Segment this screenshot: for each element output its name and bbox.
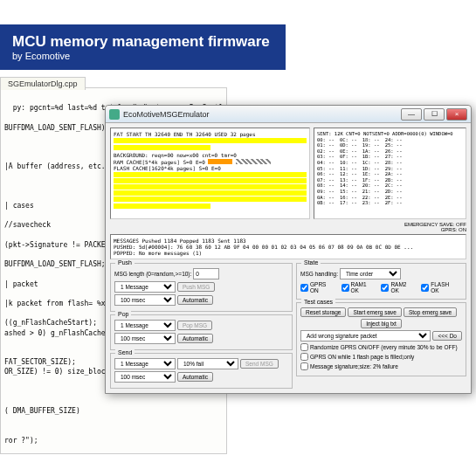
banner-subtitle: by Ecomotive xyxy=(12,51,270,61)
push-count-select[interactable]: 1 Message xyxy=(114,281,176,293)
msg-handling-label: MSG handling: xyxy=(300,271,338,277)
fat-bar xyxy=(114,145,210,150)
send-group: Send 1 Message10% failSend MSG 100 msecA… xyxy=(110,353,293,389)
push-group: Push MSG length (0=random,>=10): 1 Messa… xyxy=(110,263,293,312)
background-status: BACKGROUND: reqn=00 now=x00 cnt=0 tmr=0 xyxy=(114,152,307,158)
banner-title: MCU memory management firmware xyxy=(12,33,270,51)
flash-bar xyxy=(114,190,307,196)
msg-popped: POPPED: No more messages (1) xyxy=(114,250,463,256)
window-controls: — ☐ × xyxy=(401,108,467,121)
maximize-button[interactable]: ☐ xyxy=(424,108,445,121)
test-cases-group: Test cases Reset storage Start emerg sav… xyxy=(296,302,466,376)
pop-auto-button[interactable]: Automatic xyxy=(177,334,213,343)
ram1-ok-checkbox[interactable]: RAM1 OK xyxy=(341,281,376,293)
flash-bar xyxy=(114,197,307,202)
fat-panel: FAT START TH 32640 END TH 32640 USED 32 … xyxy=(110,128,310,219)
send-interval-select[interactable]: 100 msec xyxy=(114,371,176,383)
state-title: State xyxy=(301,259,321,266)
pop-title: Pop xyxy=(115,311,131,317)
emulator-body: FAT START TH 32640 END TH 32640 USED 32 … xyxy=(106,123,471,393)
emergency-status: EMERGENCY SAVE: OFF GPRS: ON xyxy=(110,222,466,232)
randomize-gprs-checkbox[interactable]: Randomize GPRS ON/OFF (every minute 30% … xyxy=(300,343,458,351)
start-emerg-button[interactable]: Start emerg save xyxy=(348,307,402,317)
gprs-on-flash-checkbox[interactable]: GPRS ON while 1 flash page is filled;onl… xyxy=(300,353,414,361)
sent-col: 0C: -- 0D: -- 0E: -- 0F: -- 10: -- 11: -… xyxy=(340,137,357,206)
fat-header: FAT START TH 32640 END TH 32640 USED 32 … xyxy=(114,131,307,137)
fat-bar xyxy=(114,138,307,143)
test-action-select[interactable]: Add wrong signature packet xyxy=(300,330,431,341)
flash-bar xyxy=(114,172,307,177)
flash-bar xyxy=(114,204,210,209)
source-file-tab[interactable]: SGEmulatorDlg.cpp xyxy=(0,77,86,90)
msg-handling-select[interactable]: Time order xyxy=(340,268,401,279)
msg-length-label: MSG length (0=random,>=10): xyxy=(114,271,191,277)
test-title: Test cases xyxy=(301,299,335,305)
send-fail-select[interactable]: 10% fail xyxy=(177,358,238,369)
state-group: State MSG handling:Time order GPRS ON RA… xyxy=(296,263,466,300)
flash-bar xyxy=(114,178,307,183)
sent-col: 24: -- 25: -- 26: -- 27: -- 28: -- 29: -… xyxy=(385,137,403,206)
inject-big-txt-button[interactable]: Inject big txt xyxy=(361,319,402,328)
flash-ok-checkbox[interactable]: FLASH OK xyxy=(421,281,459,293)
close-button[interactable]: × xyxy=(446,108,467,121)
sent-panel: SENT: 12K CNT=0 NOTSENT=0 ADDR=0000(0) W… xyxy=(314,128,466,219)
window-title: EcoMotiveMSGEmulator xyxy=(123,110,401,119)
msg-pushed-data: PUSHED: 5d[#00004]: 76 60 38 60 12 AB 9F… xyxy=(114,244,463,250)
push-interval-select[interactable]: 100 msec xyxy=(114,294,176,306)
push-title: Push xyxy=(115,259,135,266)
emulator-window: EcoMotiveMSGEmulator — ☐ × FAT START TH … xyxy=(105,105,472,394)
message-log: MESSAGES Pushed 1184 Popped 1183 Sent 11… xyxy=(110,234,466,259)
ram-bar xyxy=(208,159,232,164)
gprs-on-checkbox[interactable]: GPRS ON xyxy=(300,281,336,293)
flash-bar xyxy=(114,184,307,190)
msg-signature-checkbox[interactable]: Message signature;size: 2% failure xyxy=(300,362,398,370)
send-count-select[interactable]: 1 Message xyxy=(114,358,176,369)
msg-length-input[interactable] xyxy=(193,268,219,279)
sent-col: 00: -- 01: -- 02: -- 03: -- 04: -- 05: -… xyxy=(317,137,335,206)
msg-pushed: MESSAGES Pushed 1184 Popped 1183 Sent 11… xyxy=(114,238,463,244)
gprs-status-label: GPRS: ON xyxy=(441,227,466,232)
pop-count-select[interactable]: 1 Message xyxy=(114,320,176,331)
push-auto-button[interactable]: Automatic xyxy=(177,295,213,305)
titlebar[interactable]: EcoMotiveMSGEmulator — ☐ × xyxy=(106,106,471,123)
flash-cache-label: FLASH CACHE[1620*4k pages] S=0 E=0 xyxy=(114,165,307,171)
pop-interval-select[interactable]: 100 msec xyxy=(114,333,176,344)
app-icon xyxy=(109,109,120,120)
send-msg-button[interactable]: Send MSG xyxy=(240,359,279,369)
send-auto-button[interactable]: Automatic xyxy=(177,372,213,382)
push-msg-button[interactable]: Push MSG xyxy=(177,282,215,292)
pop-msg-button[interactable]: Pop MSG xyxy=(177,321,212,330)
pop-group: Pop 1 MessagePop MSG 100 msecAutomatic xyxy=(110,314,293,350)
stop-emerg-button[interactable]: Stop emerg save xyxy=(404,307,457,317)
reset-storage-button[interactable]: Reset storage xyxy=(300,307,346,317)
send-title: Send xyxy=(115,349,135,355)
sent-header: SENT: 12K CNT=0 NOTSENT=0 ADDR=0000(0) W… xyxy=(317,131,463,137)
ram-hatch xyxy=(236,159,271,164)
sent-columns: 00: -- 01: -- 02: -- 03: -- 04: -- 05: -… xyxy=(317,137,463,206)
ram2-ok-checkbox[interactable]: RAM2 OK xyxy=(381,281,416,293)
title-banner: MCU memory management firmware by Ecomot… xyxy=(0,24,286,70)
minimize-button[interactable]: — xyxy=(401,108,422,121)
do-button[interactable]: <<< Do xyxy=(432,331,462,341)
sent-col: 18: -- 19: -- 1A: -- 1B: -- 1C: -- 1D: -… xyxy=(362,137,380,206)
ram-cache-label: RAM CACHE[5*4k pages] S=0 E=0 xyxy=(114,159,205,165)
